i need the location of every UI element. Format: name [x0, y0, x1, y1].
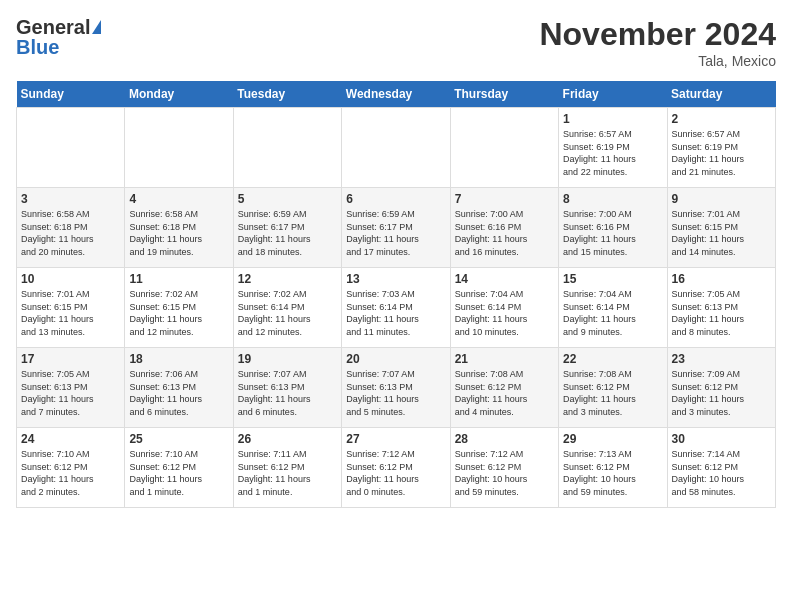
calendar-cell: 19Sunrise: 7:07 AMSunset: 6:13 PMDayligh…	[233, 348, 341, 428]
header-thursday: Thursday	[450, 81, 558, 108]
calendar-cell	[233, 108, 341, 188]
day-info: Daylight: 11 hours	[563, 393, 662, 406]
day-info: Sunrise: 6:57 AM	[563, 128, 662, 141]
day-info: Daylight: 11 hours	[238, 233, 337, 246]
day-info: Sunrise: 7:04 AM	[455, 288, 554, 301]
week-row-5: 24Sunrise: 7:10 AMSunset: 6:12 PMDayligh…	[17, 428, 776, 508]
day-info: and 8 minutes.	[672, 326, 771, 339]
calendar-cell	[125, 108, 233, 188]
day-info: Sunrise: 7:08 AM	[455, 368, 554, 381]
day-number: 22	[563, 352, 662, 366]
calendar-cell: 30Sunrise: 7:14 AMSunset: 6:12 PMDayligh…	[667, 428, 775, 508]
day-info: Sunrise: 7:07 AM	[346, 368, 445, 381]
day-number: 11	[129, 272, 228, 286]
day-info: Sunset: 6:12 PM	[455, 461, 554, 474]
day-info: Sunset: 6:16 PM	[563, 221, 662, 234]
day-info: Daylight: 11 hours	[455, 313, 554, 326]
day-info: Sunset: 6:13 PM	[21, 381, 120, 394]
day-number: 28	[455, 432, 554, 446]
calendar-cell: 10Sunrise: 7:01 AMSunset: 6:15 PMDayligh…	[17, 268, 125, 348]
day-info: Sunrise: 7:12 AM	[346, 448, 445, 461]
header-tuesday: Tuesday	[233, 81, 341, 108]
day-info: Sunrise: 7:12 AM	[455, 448, 554, 461]
calendar-cell	[450, 108, 558, 188]
calendar-cell: 12Sunrise: 7:02 AMSunset: 6:14 PMDayligh…	[233, 268, 341, 348]
day-info: and 21 minutes.	[672, 166, 771, 179]
day-info: Sunset: 6:15 PM	[21, 301, 120, 314]
calendar-cell: 22Sunrise: 7:08 AMSunset: 6:12 PMDayligh…	[559, 348, 667, 428]
day-number: 20	[346, 352, 445, 366]
day-info: Sunrise: 7:04 AM	[563, 288, 662, 301]
calendar-cell: 5Sunrise: 6:59 AMSunset: 6:17 PMDaylight…	[233, 188, 341, 268]
day-info: Sunrise: 7:05 AM	[672, 288, 771, 301]
day-number: 17	[21, 352, 120, 366]
day-info: and 3 minutes.	[672, 406, 771, 419]
day-number: 23	[672, 352, 771, 366]
day-info: Sunrise: 7:03 AM	[346, 288, 445, 301]
day-info: and 22 minutes.	[563, 166, 662, 179]
day-number: 16	[672, 272, 771, 286]
logo-blue-text: Blue	[16, 36, 101, 58]
day-info: Sunset: 6:12 PM	[238, 461, 337, 474]
day-info: and 0 minutes.	[346, 486, 445, 499]
day-info: Daylight: 11 hours	[21, 313, 120, 326]
calendar-cell: 17Sunrise: 7:05 AMSunset: 6:13 PMDayligh…	[17, 348, 125, 428]
day-number: 19	[238, 352, 337, 366]
calendar-cell: 26Sunrise: 7:11 AMSunset: 6:12 PMDayligh…	[233, 428, 341, 508]
header-friday: Friday	[559, 81, 667, 108]
location: Tala, Mexico	[539, 53, 776, 69]
calendar-cell: 6Sunrise: 6:59 AMSunset: 6:17 PMDaylight…	[342, 188, 450, 268]
day-info: Daylight: 11 hours	[346, 233, 445, 246]
day-info: and 59 minutes.	[563, 486, 662, 499]
day-info: and 9 minutes.	[563, 326, 662, 339]
day-info: Sunrise: 7:14 AM	[672, 448, 771, 461]
day-info: Daylight: 11 hours	[21, 393, 120, 406]
day-info: Sunset: 6:13 PM	[129, 381, 228, 394]
day-info: Sunset: 6:16 PM	[455, 221, 554, 234]
day-info: Sunset: 6:15 PM	[672, 221, 771, 234]
day-info: Sunrise: 7:06 AM	[129, 368, 228, 381]
day-number: 5	[238, 192, 337, 206]
calendar-cell: 8Sunrise: 7:00 AMSunset: 6:16 PMDaylight…	[559, 188, 667, 268]
day-info: Sunrise: 7:01 AM	[21, 288, 120, 301]
day-info: Sunrise: 7:11 AM	[238, 448, 337, 461]
day-number: 10	[21, 272, 120, 286]
day-info: Daylight: 11 hours	[129, 233, 228, 246]
day-number: 3	[21, 192, 120, 206]
day-info: and 7 minutes.	[21, 406, 120, 419]
calendar-cell: 9Sunrise: 7:01 AMSunset: 6:15 PMDaylight…	[667, 188, 775, 268]
day-info: Sunrise: 6:59 AM	[238, 208, 337, 221]
day-info: Sunset: 6:17 PM	[346, 221, 445, 234]
day-info: Daylight: 11 hours	[129, 473, 228, 486]
header-saturday: Saturday	[667, 81, 775, 108]
day-info: Sunset: 6:14 PM	[563, 301, 662, 314]
page-header: General Blue November 2024 Tala, Mexico	[16, 16, 776, 69]
day-info: Sunrise: 7:05 AM	[21, 368, 120, 381]
day-info: and 1 minute.	[238, 486, 337, 499]
day-info: Daylight: 11 hours	[563, 233, 662, 246]
day-number: 4	[129, 192, 228, 206]
day-number: 18	[129, 352, 228, 366]
day-info: Sunrise: 7:10 AM	[129, 448, 228, 461]
calendar-cell: 21Sunrise: 7:08 AMSunset: 6:12 PMDayligh…	[450, 348, 558, 428]
day-info: Sunrise: 6:59 AM	[346, 208, 445, 221]
day-info: Daylight: 11 hours	[672, 393, 771, 406]
header-sunday: Sunday	[17, 81, 125, 108]
week-row-2: 3Sunrise: 6:58 AMSunset: 6:18 PMDaylight…	[17, 188, 776, 268]
calendar-cell: 2Sunrise: 6:57 AMSunset: 6:19 PMDaylight…	[667, 108, 775, 188]
day-info: Sunset: 6:19 PM	[672, 141, 771, 154]
day-info: Sunset: 6:12 PM	[455, 381, 554, 394]
day-info: Sunset: 6:12 PM	[21, 461, 120, 474]
day-info: Sunrise: 7:07 AM	[238, 368, 337, 381]
day-number: 6	[346, 192, 445, 206]
logo-arrow-icon	[92, 20, 101, 34]
calendar-cell: 11Sunrise: 7:02 AMSunset: 6:15 PMDayligh…	[125, 268, 233, 348]
day-info: Daylight: 11 hours	[238, 473, 337, 486]
day-number: 29	[563, 432, 662, 446]
day-info: Sunset: 6:17 PM	[238, 221, 337, 234]
day-info: Daylight: 10 hours	[563, 473, 662, 486]
day-info: and 5 minutes.	[346, 406, 445, 419]
day-info: Daylight: 11 hours	[346, 313, 445, 326]
day-info: Sunrise: 7:10 AM	[21, 448, 120, 461]
day-number: 24	[21, 432, 120, 446]
